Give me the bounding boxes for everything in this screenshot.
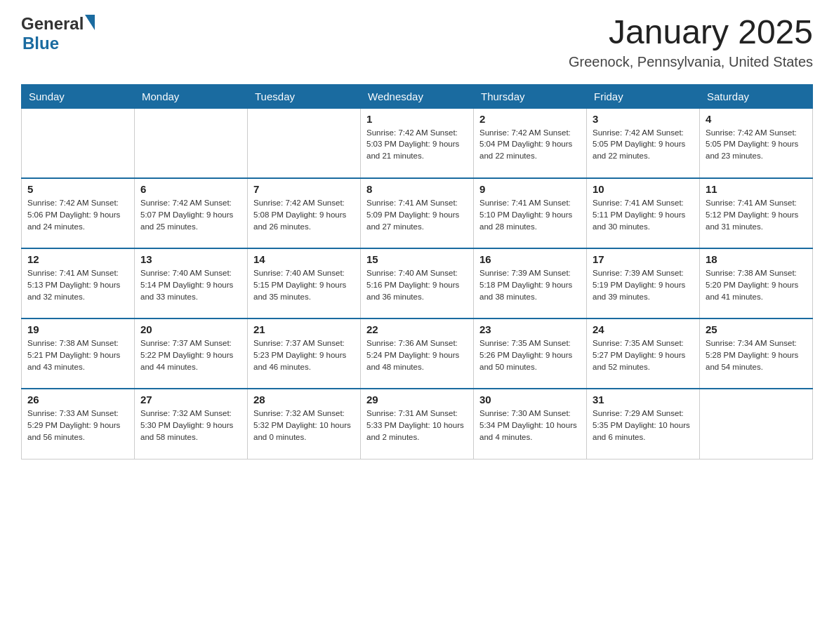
calendar-cell	[135, 108, 248, 178]
day-number: 1	[366, 113, 468, 125]
day-info: Sunrise: 7:30 AM Sunset: 5:34 PM Dayligh…	[479, 408, 581, 443]
day-info: Sunrise: 7:35 AM Sunset: 5:26 PM Dayligh…	[479, 337, 581, 373]
calendar-cell: 4Sunrise: 7:42 AM Sunset: 5:05 PM Daylig…	[700, 108, 813, 178]
calendar-cell: 25Sunrise: 7:34 AM Sunset: 5:28 PM Dayli…	[700, 318, 813, 389]
day-info: Sunrise: 7:41 AM Sunset: 5:10 PM Dayligh…	[479, 197, 581, 232]
logo-blue-text: Blue	[22, 34, 59, 53]
weekday-header-monday: Monday	[135, 84, 248, 108]
calendar-cell: 19Sunrise: 7:38 AM Sunset: 5:21 PM Dayli…	[22, 318, 135, 389]
calendar-cell: 18Sunrise: 7:38 AM Sunset: 5:20 PM Dayli…	[700, 248, 813, 318]
day-number: 16	[479, 253, 581, 265]
calendar-cell: 23Sunrise: 7:35 AM Sunset: 5:26 PM Dayli…	[474, 318, 587, 389]
day-number: 12	[27, 253, 128, 265]
calendar-cell: 26Sunrise: 7:33 AM Sunset: 5:29 PM Dayli…	[22, 389, 135, 459]
day-number: 18	[706, 253, 807, 265]
calendar-cell	[700, 389, 813, 459]
week-row-4: 19Sunrise: 7:38 AM Sunset: 5:21 PM Dayli…	[22, 318, 813, 389]
day-number: 29	[366, 394, 468, 405]
calendar-cell: 20Sunrise: 7:37 AM Sunset: 5:22 PM Dayli…	[135, 318, 248, 389]
calendar-cell: 30Sunrise: 7:30 AM Sunset: 5:34 PM Dayli…	[474, 389, 587, 459]
week-row-3: 12Sunrise: 7:41 AM Sunset: 5:13 PM Dayli…	[22, 248, 813, 318]
calendar-cell: 31Sunrise: 7:29 AM Sunset: 5:35 PM Dayli…	[587, 389, 700, 459]
day-info: Sunrise: 7:42 AM Sunset: 5:04 PM Dayligh…	[479, 127, 581, 162]
day-info: Sunrise: 7:42 AM Sunset: 5:05 PM Dayligh…	[593, 127, 694, 162]
calendar-cell: 12Sunrise: 7:41 AM Sunset: 5:13 PM Dayli…	[22, 248, 135, 318]
logo-triangle-icon	[85, 15, 95, 30]
week-row-2: 5Sunrise: 7:42 AM Sunset: 5:06 PM Daylig…	[22, 178, 813, 248]
day-number: 21	[253, 323, 355, 335]
day-info: Sunrise: 7:41 AM Sunset: 5:13 PM Dayligh…	[27, 267, 128, 302]
day-info: Sunrise: 7:42 AM Sunset: 5:03 PM Dayligh…	[366, 127, 468, 162]
calendar-cell: 14Sunrise: 7:40 AM Sunset: 5:15 PM Dayli…	[248, 248, 361, 318]
day-number: 28	[253, 394, 355, 405]
day-number: 25	[706, 323, 807, 335]
weekday-header-wednesday: Wednesday	[361, 84, 474, 108]
day-info: Sunrise: 7:36 AM Sunset: 5:24 PM Dayligh…	[366, 337, 468, 373]
day-info: Sunrise: 7:42 AM Sunset: 5:08 PM Dayligh…	[253, 197, 355, 232]
day-number: 6	[140, 183, 241, 195]
day-number: 23	[479, 323, 581, 335]
weekday-header-thursday: Thursday	[474, 84, 587, 108]
day-info: Sunrise: 7:42 AM Sunset: 5:07 PM Dayligh…	[140, 197, 241, 232]
day-number: 3	[593, 113, 694, 125]
calendar-cell: 6Sunrise: 7:42 AM Sunset: 5:07 PM Daylig…	[135, 178, 248, 248]
day-number: 10	[593, 183, 694, 195]
calendar-cell: 22Sunrise: 7:36 AM Sunset: 5:24 PM Dayli…	[361, 318, 474, 389]
day-info: Sunrise: 7:40 AM Sunset: 5:14 PM Dayligh…	[140, 267, 241, 302]
calendar-cell: 2Sunrise: 7:42 AM Sunset: 5:04 PM Daylig…	[474, 108, 587, 178]
day-info: Sunrise: 7:39 AM Sunset: 5:18 PM Dayligh…	[479, 267, 581, 302]
calendar-cell: 27Sunrise: 7:32 AM Sunset: 5:30 PM Dayli…	[135, 389, 248, 459]
day-number: 15	[366, 253, 468, 265]
day-info: Sunrise: 7:41 AM Sunset: 5:12 PM Dayligh…	[706, 197, 807, 232]
day-info: Sunrise: 7:37 AM Sunset: 5:23 PM Dayligh…	[253, 337, 355, 373]
day-info: Sunrise: 7:29 AM Sunset: 5:35 PM Dayligh…	[593, 408, 694, 443]
calendar-cell: 24Sunrise: 7:35 AM Sunset: 5:27 PM Dayli…	[587, 318, 700, 389]
day-number: 24	[593, 323, 694, 335]
week-row-1: 1Sunrise: 7:42 AM Sunset: 5:03 PM Daylig…	[22, 108, 813, 178]
day-info: Sunrise: 7:38 AM Sunset: 5:21 PM Dayligh…	[27, 337, 128, 373]
calendar-cell: 5Sunrise: 7:42 AM Sunset: 5:06 PM Daylig…	[22, 178, 135, 248]
day-number: 19	[27, 323, 128, 335]
day-info: Sunrise: 7:41 AM Sunset: 5:09 PM Dayligh…	[366, 197, 468, 232]
calendar-cell: 3Sunrise: 7:42 AM Sunset: 5:05 PM Daylig…	[587, 108, 700, 178]
weekday-header-tuesday: Tuesday	[248, 84, 361, 108]
day-number: 2	[479, 113, 581, 125]
calendar-cell: 17Sunrise: 7:39 AM Sunset: 5:19 PM Dayli…	[587, 248, 700, 318]
day-info: Sunrise: 7:39 AM Sunset: 5:19 PM Dayligh…	[593, 267, 694, 302]
day-info: Sunrise: 7:34 AM Sunset: 5:28 PM Dayligh…	[706, 337, 807, 373]
day-number: 9	[479, 183, 581, 195]
day-info: Sunrise: 7:33 AM Sunset: 5:29 PM Dayligh…	[27, 408, 128, 443]
page-header: General Blue January 2025 Greenock, Penn…	[21, 14, 813, 70]
weekday-header-sunday: Sunday	[22, 84, 135, 108]
title-section: January 2025 Greenock, Pennsylvania, Uni…	[569, 14, 813, 70]
day-number: 7	[253, 183, 355, 195]
weekday-header-saturday: Saturday	[700, 84, 813, 108]
calendar-cell: 29Sunrise: 7:31 AM Sunset: 5:33 PM Dayli…	[361, 389, 474, 459]
calendar-cell: 9Sunrise: 7:41 AM Sunset: 5:10 PM Daylig…	[474, 178, 587, 248]
logo: General Blue	[21, 14, 95, 53]
day-info: Sunrise: 7:41 AM Sunset: 5:11 PM Dayligh…	[593, 197, 694, 232]
day-number: 17	[593, 253, 694, 265]
day-number: 22	[366, 323, 468, 335]
day-number: 13	[140, 253, 241, 265]
day-info: Sunrise: 7:37 AM Sunset: 5:22 PM Dayligh…	[140, 337, 241, 373]
day-number: 5	[27, 183, 128, 195]
subtitle: Greenock, Pennsylvania, United States	[569, 54, 813, 70]
calendar-cell: 8Sunrise: 7:41 AM Sunset: 5:09 PM Daylig…	[361, 178, 474, 248]
day-number: 27	[140, 394, 241, 405]
day-info: Sunrise: 7:42 AM Sunset: 5:06 PM Dayligh…	[27, 197, 128, 232]
day-number: 26	[27, 394, 128, 405]
day-info: Sunrise: 7:40 AM Sunset: 5:16 PM Dayligh…	[366, 267, 468, 302]
logo-general-text: General	[21, 14, 84, 34]
calendar-cell: 7Sunrise: 7:42 AM Sunset: 5:08 PM Daylig…	[248, 178, 361, 248]
calendar-cell: 21Sunrise: 7:37 AM Sunset: 5:23 PM Dayli…	[248, 318, 361, 389]
weekday-header-friday: Friday	[587, 84, 700, 108]
day-number: 31	[593, 394, 694, 405]
day-info: Sunrise: 7:42 AM Sunset: 5:05 PM Dayligh…	[706, 127, 807, 162]
calendar-table: SundayMondayTuesdayWednesdayThursdayFrid…	[21, 84, 813, 459]
weekday-header-row: SundayMondayTuesdayWednesdayThursdayFrid…	[22, 84, 813, 108]
calendar-cell: 16Sunrise: 7:39 AM Sunset: 5:18 PM Dayli…	[474, 248, 587, 318]
day-info: Sunrise: 7:32 AM Sunset: 5:32 PM Dayligh…	[253, 408, 355, 443]
day-info: Sunrise: 7:32 AM Sunset: 5:30 PM Dayligh…	[140, 408, 241, 443]
day-number: 30	[479, 394, 581, 405]
